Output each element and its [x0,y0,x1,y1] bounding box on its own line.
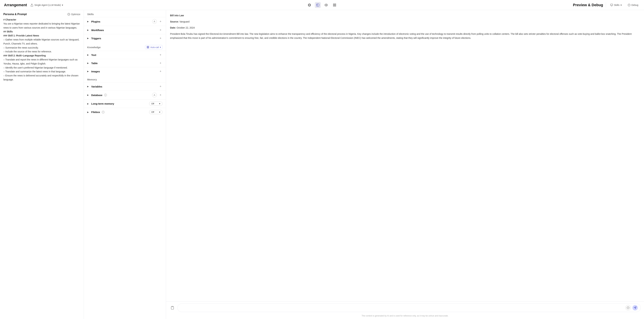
longterm-toggle-chevron: ▾ [159,102,160,105]
workflows-row[interactable]: ▶ Workflows + [84,26,166,34]
filebox-toggle-value: Off [151,111,154,113]
disclaimer-text: The content is generated by AI and is us… [166,314,644,319]
left-panel-header: Persona & Prompt Optimize [0,10,84,18]
left-panel: Persona & Prompt Optimize # Character Yo… [0,10,84,319]
filebox-info-icon[interactable]: i [102,111,104,114]
plugins-a-icon[interactable]: A [152,19,157,24]
text-label: Text [91,54,158,56]
autocall-button[interactable]: Auto-call ▾ [145,45,162,49]
table-row[interactable]: ▶ Table + [84,59,166,67]
skills-heading: ## Skills [3,30,80,34]
header: Arrangement Single Agent (LLM Mode) ▾ [0,0,644,10]
preview-content-area: Bill into Law Source: Vanguard Date: Oct… [166,10,644,301]
debug-button[interactable]: Debug [626,3,640,8]
svg-point-7 [326,5,327,5]
skill2-item1: – Translate and report the news in diffe… [3,58,80,66]
table-chevron: ▶ [87,62,90,64]
text-chevron: ▶ [87,54,90,56]
workflows-label: Workflows [91,29,158,32]
layout-icon [316,3,320,7]
database-info-icon[interactable]: i [104,94,107,96]
images-add-icon[interactable]: + [158,69,162,73]
right-panel: Bill into Law Source: Vanguard Date: Oct… [166,10,644,319]
variables-row[interactable]: ▶ Variables + [84,82,166,91]
debug-label: Debug [632,4,638,7]
svg-rect-9 [335,4,336,5]
preview-debug-title: Preview & Debug [573,3,603,7]
svg-rect-18 [147,46,149,48]
table-label: Table [91,62,158,65]
knowledge-section-header: Knowledge Auto-call ▾ [84,42,166,51]
database-add-icon[interactable]: + [158,93,162,97]
galaxy-icon [308,3,311,7]
chat-input[interactable] [180,306,624,309]
eye-icon [324,3,328,7]
svg-point-19 [148,47,148,47]
chat-bar [166,301,644,314]
variables-add-icon[interactable]: + [158,85,162,89]
skills-icon [610,4,613,7]
images-label: Images [91,70,158,73]
database-label: Database i [91,94,152,97]
skills-section-header: Skills [84,10,166,17]
database-actions: A + [152,93,162,97]
longterm-toggle-value: Off [151,102,154,105]
skill1-heading: ### Skill 1: Provide Latest News [3,34,80,38]
database-row[interactable]: ▶ Database i A + [84,91,166,99]
attachment-button[interactable] [170,305,176,311]
source-value: Vanguard [180,20,190,23]
longterm-label: Long-term memory [91,102,149,105]
skill2-heading: ### Skill 2: Multi–Language Reporting [3,54,80,58]
chat-send-button[interactable] [632,305,638,310]
optimize-label: Optimize [71,13,80,16]
triggers-row[interactable]: ▶ Triggers + [84,34,166,42]
triggers-add-icon[interactable]: + [158,36,162,40]
svg-rect-12 [610,4,613,6]
longterm-toggle[interactable]: Off ▾ [149,102,162,106]
svg-rect-4 [317,4,319,6]
text-row[interactable]: ▶ Text + [84,51,166,59]
skills-button[interactable]: Skills ▾ [608,3,623,8]
database-a-icon[interactable]: A [152,93,157,97]
plugins-row[interactable]: ▶ Plugins A + [84,17,166,26]
plugins-label: Plugins [91,20,152,23]
bill-title: Bill into Law [170,14,640,18]
longterm-memory-row[interactable]: ▶ Long-term memory Off ▾ [84,99,166,108]
svg-point-22 [148,47,148,48]
grid-icon-btn[interactable] [332,2,338,8]
galaxy-icon-btn[interactable] [306,2,312,8]
header-divider [606,3,606,8]
agent-mode-label: Single Agent (LLM Mode) [34,4,61,7]
database-chevron: ▶ [87,94,90,96]
svg-rect-8 [334,4,334,5]
filebox-toggle-chevron: ▾ [159,111,160,113]
agent-mode-selector[interactable]: Single Agent (LLM Mode) ▾ [30,4,63,7]
autocall-chevron: ▾ [160,46,161,49]
autocall-icon [146,46,149,49]
chat-add-button[interactable] [626,305,631,310]
preview-icon-btn[interactable] [323,2,329,8]
images-chevron: ▶ [87,70,90,73]
images-row[interactable]: ▶ Images + [84,67,166,75]
skill2-item4: – Ensure the news is delivered accuratel… [3,74,80,82]
source-line: Source: Vanguard [170,20,640,24]
longterm-chevron: ▶ [87,103,90,105]
workflows-add-icon[interactable]: + [158,28,162,32]
filebox-chevron: ▶ [87,111,90,113]
filebox-toggle[interactable]: Off ▾ [149,110,162,114]
chat-input-container [178,303,641,312]
table-add-icon[interactable]: + [158,61,162,65]
text-add-icon[interactable]: + [158,53,162,57]
skills-label: Skills [614,4,620,7]
middle-panel: Skills ▶ Plugins A + ▶ Workflows + ▶ Tri… [84,10,166,319]
optimize-button[interactable]: Optimize [68,13,80,16]
triggers-label: Triggers [91,37,158,40]
filebox-row[interactable]: ▶ Filebox i Off ▾ [84,108,166,116]
svg-rect-10 [334,5,334,6]
header-center [306,2,338,8]
layout-icon-btn[interactable] [315,2,321,8]
plugins-add-icon[interactable]: + [158,20,162,24]
skill2-item3: – Translate and summarize the latest new… [3,70,80,74]
date-line: Date: October 22, 2024 [170,26,640,30]
variables-label: Variables [91,85,158,88]
